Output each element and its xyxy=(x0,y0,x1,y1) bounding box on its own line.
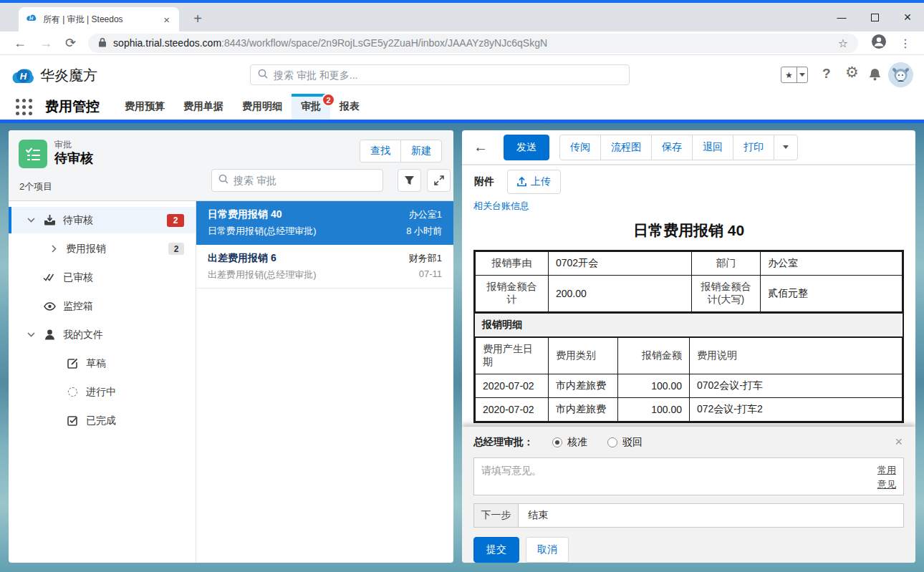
lock-icon xyxy=(98,37,107,49)
favorite-button-group[interactable]: ★ xyxy=(781,67,808,83)
huayan-logo-icon[interactable]: H xyxy=(10,62,37,89)
back-icon[interactable]: ← xyxy=(473,139,488,155)
tab-report[interactable]: 报表 xyxy=(330,94,369,120)
related-ledger-link[interactable]: 相关台账信息 xyxy=(473,200,529,211)
list-item[interactable]: 日常费用报销 40 办公室1 日常费用报销(总经理审批) 8 小时前 xyxy=(196,201,453,245)
new-tab-button[interactable]: + xyxy=(189,11,206,27)
expand-button[interactable] xyxy=(427,169,451,192)
browser-tabstrip: H 所有 | 审批 | Steedos × + — × xyxy=(0,3,924,31)
chevron-right-icon[interactable] xyxy=(49,245,59,253)
settings-gear-icon[interactable]: ⚙ xyxy=(845,64,859,81)
app-launcher-icon[interactable] xyxy=(16,99,32,115)
item-subtitle: 日常费用报销(总经理审批) xyxy=(208,225,317,238)
sidebar-item-drafts[interactable]: 草稿 xyxy=(9,350,196,377)
bookmark-star-icon[interactable]: ☆ xyxy=(838,37,848,50)
reload-icon[interactable]: ⟳ xyxy=(65,35,76,51)
submit-button[interactable]: 提交 xyxy=(473,537,519,563)
next-step-value[interactable]: 结束 xyxy=(519,503,904,528)
approval-object-icon xyxy=(19,140,47,168)
send-button[interactable]: 发送 xyxy=(504,135,549,160)
tab-approval[interactable]: 审批 2 xyxy=(292,94,330,120)
common-opinions-line2: 意见 xyxy=(873,478,896,492)
sidebar-item-expense-claim[interactable]: 费用报销 2 xyxy=(9,236,196,262)
column-header: 费用说明 xyxy=(690,338,903,374)
radio-reject-icon[interactable] xyxy=(607,437,617,447)
save-button[interactable]: 保存 xyxy=(651,135,693,160)
reject-radio-option[interactable]: 驳回 xyxy=(607,436,643,449)
global-search-input[interactable] xyxy=(274,69,622,81)
window-maximize-button[interactable] xyxy=(858,3,891,31)
new-button[interactable]: 新建 xyxy=(400,140,442,163)
url-bar[interactable]: sophia.trial.steedos.com:8443/workflow/s… xyxy=(88,34,858,53)
user-avatar[interactable] xyxy=(888,62,913,87)
comment-textarea[interactable] xyxy=(474,458,873,495)
close-panel-icon[interactable]: × xyxy=(895,435,903,450)
upload-button[interactable]: 上传 xyxy=(507,170,561,194)
sidebar-item-pending[interactable]: 待审核 2 xyxy=(9,207,196,233)
find-button[interactable]: 查找 xyxy=(360,140,401,163)
tab-expense-detail[interactable]: 费用明细 xyxy=(233,94,292,120)
flowchart-button[interactable]: 流程图 xyxy=(600,135,652,160)
forward-icon[interactable]: → xyxy=(39,36,52,51)
tab-budget[interactable]: 费用预算 xyxy=(115,94,174,120)
item-dept: 财务部1 xyxy=(409,252,442,265)
attachment-label: 附件 xyxy=(474,175,494,188)
circulate-button[interactable]: 传阅 xyxy=(559,135,601,160)
app-name: 费用管控 xyxy=(45,97,100,116)
chrome-profile-icon[interactable] xyxy=(871,34,887,52)
list-search-input[interactable] xyxy=(234,175,376,186)
tab-close-icon[interactable]: × xyxy=(161,14,172,25)
sidebar-item-completed[interactable]: 已完成 xyxy=(9,407,196,434)
sidebar-item-approved[interactable]: 已审核 xyxy=(9,264,196,291)
form-label: 报销金额合计(大写) xyxy=(692,276,761,312)
item-title: 出差费用报销 6 xyxy=(208,252,276,265)
browser-tab[interactable]: H 所有 | 审批 | Steedos × xyxy=(19,7,179,31)
list-item[interactable]: 出差费用报销 6 财务部1 出差费用报销(总经理审批) 07-11 xyxy=(196,245,453,289)
list-search[interactable] xyxy=(211,169,383,192)
search-icon xyxy=(258,69,268,82)
approve-label: 核准 xyxy=(567,436,587,449)
return-button[interactable]: 退回 xyxy=(692,135,733,160)
sidebar-item-my-files[interactable]: 我的文件 xyxy=(9,321,196,348)
attachment-row: 附件 上传 xyxy=(462,165,915,198)
edit-draft-icon xyxy=(66,358,79,369)
document-title: 日常费用报销 40 xyxy=(473,220,904,241)
back-icon[interactable]: ← xyxy=(14,36,27,51)
chevron-down-icon[interactable] xyxy=(26,332,36,337)
radio-approve-icon[interactable] xyxy=(552,437,562,447)
tab-approval-label: 审批 xyxy=(301,100,321,113)
tab-expense-doc[interactable]: 费用单据 xyxy=(174,94,233,120)
sidebar-item-label: 草稿 xyxy=(86,357,196,370)
inbox-tray-icon xyxy=(43,215,56,226)
form-value: 贰佰元整 xyxy=(761,276,903,312)
cell-note: 0702会议-打车 xyxy=(690,374,903,398)
form-value: 200.00 xyxy=(549,276,692,312)
more-actions-button[interactable] xyxy=(774,135,798,160)
sidebar-item-label: 待审核 xyxy=(63,214,167,227)
brand-name: 华炎魔方 xyxy=(40,66,97,85)
sidebar-item-in-progress[interactable]: 进行中 xyxy=(9,379,196,405)
favorite-caret-icon[interactable] xyxy=(797,67,807,82)
help-icon[interactable]: ? xyxy=(822,66,831,82)
global-search[interactable] xyxy=(250,64,630,85)
approve-radio-option[interactable]: 核准 xyxy=(552,436,587,449)
form-label: 报销金额合计 xyxy=(476,276,549,312)
sidebar-item-label: 我的文件 xyxy=(63,329,196,341)
chevron-down-icon[interactable] xyxy=(26,218,36,223)
tab-title: 所有 | 审批 | Steedos xyxy=(43,14,161,26)
window-minimize-button[interactable]: — xyxy=(825,3,858,31)
common-opinions-line1: 常用 xyxy=(873,463,896,478)
common-opinions-link[interactable]: 常用 意见 xyxy=(873,458,903,495)
print-button[interactable]: 打印 xyxy=(733,135,774,160)
reject-label: 驳回 xyxy=(622,436,643,449)
window-close-button[interactable]: × xyxy=(891,3,924,31)
favorite-star-icon[interactable]: ★ xyxy=(781,67,797,82)
sidebar-item-monitor[interactable]: 监控箱 xyxy=(9,293,196,319)
cancel-button[interactable]: 取消 xyxy=(526,537,569,563)
notifications-bell-icon[interactable] xyxy=(868,67,882,84)
chrome-menu-icon[interactable]: ⋮ xyxy=(900,37,911,50)
filter-button[interactable] xyxy=(398,169,421,192)
app-nav-bar: 费用管控 费用预算 费用单据 费用明细 审批 2 报表 xyxy=(0,94,924,123)
detail-toolbar: ← 发送 传阅 流程图 保存 退回 打印 xyxy=(462,130,915,165)
approval-list-panel: 审批 待审核 2个项目 查找 新建 待审核 2 xyxy=(9,130,453,563)
